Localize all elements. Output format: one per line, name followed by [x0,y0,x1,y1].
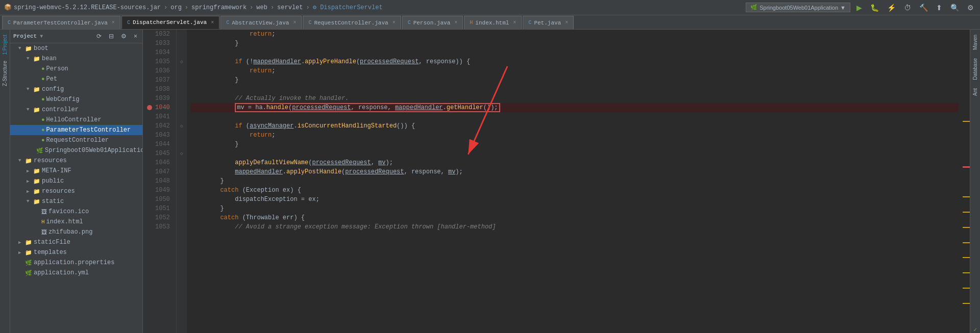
scroll-marker-warning8 [963,288,970,289]
run-button[interactable]: ▶ [854,3,864,13]
profile-button[interactable]: ⏱ [902,3,913,13]
coverage-button[interactable]: ⚡ [885,3,898,13]
tree-item-resources[interactable]: ▼ 📁 resources [10,156,142,166]
code-content[interactable]: 1032 1033 1034 1035 1036 1037 1038 1039 … [143,30,970,333]
tree-item-pet[interactable]: ● Pet [10,74,142,84]
tree-item-bean[interactable]: ▼ 📁 bean [10,54,142,64]
tree-label: resources [42,188,75,195]
tab-person[interactable]: C Person.java × [402,16,463,29]
line-num-1041: 1041 [147,112,172,121]
tab-close-icon[interactable]: × [393,20,396,25]
code-line-1051: } [191,204,959,213]
right-scrollbar[interactable] [963,30,970,333]
gutter-1038 [177,85,187,94]
class-icon: ● [41,96,45,103]
scroll-marker-warning3 [963,212,970,213]
folder-icon: 📁 [33,86,40,93]
toolbar-right: 🌿 Springboot05Web01Application ▼ ▶ 🐛 ⚡ ⏱… [746,3,976,13]
code-line-1038 [191,85,959,94]
code-lines[interactable]: return; } if (!mappedHandler.applyPreHan… [187,30,963,333]
line-num-1035: 1035 [147,57,172,66]
tree-item-parameter-test-controller[interactable]: ● ParameterTestController [10,125,142,135]
folder-icon: 📁 [33,107,40,113]
gutter-1050 [177,195,187,204]
vcs-button[interactable]: ⬆ [934,3,944,13]
gutter-1045: ◇ [177,149,187,158]
ant-tab-button[interactable]: Ant [971,85,979,99]
run-config-button[interactable]: 🌿 Springboot05Web01Application ▼ [746,3,850,12]
tab-close-icon[interactable]: × [293,20,296,25]
line-numbers: 1032 1033 1034 1035 1036 1037 1038 1039 … [143,30,177,333]
code-line-1046: applyDefaultViewName(processedRequest, m… [191,158,959,167]
scroll-marker-warning6 [963,257,970,258]
sync-icon[interactable]: ⟳ [94,32,104,41]
tree-item-resources2[interactable]: ▶ 📁 resources [10,186,142,196]
tree-item-favicon[interactable]: 🖼 favicon.ico [10,207,142,217]
gutter-1052 [177,213,187,222]
tree-item-person[interactable]: ● Person [10,64,142,74]
java-file-icon: C [127,20,130,25]
tree-item-zhifubao[interactable]: 🖼 zhifubao.png [10,227,142,237]
tab-pet[interactable]: C Pet.java × [523,16,574,29]
scroll-marker-warning9 [963,303,970,304]
code-line-1045 [191,149,959,158]
code-line-1047: mappedHandler.applyPostHandle(processedR… [191,167,959,176]
tree-item-webconfig[interactable]: ● WebConfig [10,94,142,105]
close-icon[interactable]: × [132,32,139,41]
maven-tab-button[interactable]: Maven [971,32,979,53]
tree-item-application-yml[interactable]: 🌿 application.yml [10,268,142,278]
tree-item-controller[interactable]: ▼ 📁 controller [10,105,142,115]
tree-item-springboot-app[interactable]: 🌿 Springboot05Web01Application [10,145,142,156]
tab-request-controller[interactable]: C RequestController.java × [303,16,401,29]
tab-close-icon[interactable]: × [112,20,115,25]
tab-index-html[interactable]: H index.html × [464,16,522,29]
tree-item-application-properties[interactable]: 🌿 application.properties [10,258,142,268]
tab-dispatcher-servlet[interactable]: C DispatcherServlet.java × [121,16,219,29]
html-file-icon: H [41,219,45,225]
code-line-1037: } [191,75,959,85]
tab-close-icon[interactable]: × [211,20,214,25]
code-line-1043: return; [191,131,959,140]
tab-abstract-view[interactable]: C AbstractView.java × [220,16,302,29]
collapse-all-icon[interactable]: ⊟ [107,32,116,41]
line-num-1033: 1033 [147,39,172,48]
debug-button[interactable]: 🐛 [868,3,881,13]
tree-item-request-controller[interactable]: ● RequestController [10,135,142,145]
structure-tab-button[interactable]: Z-Structure [1,58,9,89]
tab-parameter-test-controller[interactable]: C ParameterTestController.java × [2,16,120,29]
gutter-1047 [177,167,187,176]
tree-item-meta-inf[interactable]: ▶ 📁 META-INF [10,166,142,176]
line-num-1039: 1039 [147,94,172,103]
tree-item-boot[interactable]: ▼ 📁 boot [10,43,142,54]
java-file-icon: C [408,20,411,25]
tab-close-icon[interactable]: × [513,20,516,25]
tree-label: favicon.ico [48,208,89,215]
tree-item-static-file[interactable]: ▶ 📁 staticFile [10,237,142,247]
settings-button[interactable]: ⚙ [965,3,976,13]
database-tab-button[interactable]: Database [971,55,979,83]
tab-close-icon[interactable]: × [565,20,568,25]
line-num-1046: 1046 [147,158,172,167]
tree-label: templates [34,249,67,256]
code-line-1041 [191,112,959,121]
folder-icon: 📁 [33,178,40,185]
tab-close-icon[interactable]: × [454,20,457,25]
project-tab-button[interactable]: 1:Project [1,32,9,58]
expand-arrow: ▼ [27,56,32,61]
tree-item-static[interactable]: ▼ 📁 static [10,196,142,207]
line-num-1038: 1038 [147,85,172,94]
tree-item-hello-controller[interactable]: ● HelloController [10,115,142,125]
expand-arrow: ▶ [27,168,32,174]
tree-label: public [42,177,64,185]
line-num-1047: 1047 [147,167,172,176]
search-button[interactable]: 🔍 [948,3,961,13]
build-button[interactable]: 🔨 [917,3,930,13]
tree-item-index-html[interactable]: H index.html [10,217,142,227]
folder-icon: 📁 [25,158,32,164]
folder-icon: 📁 [33,56,40,62]
tree-item-public[interactable]: ▶ 📁 public [10,176,142,186]
tree-item-templates[interactable]: ▶ 📁 templates [10,247,142,258]
status-check-icon: ✓ [973,326,977,333]
tree-item-config[interactable]: ▼ 📁 config [10,84,142,94]
settings-icon[interactable]: ⚙ [119,32,129,41]
